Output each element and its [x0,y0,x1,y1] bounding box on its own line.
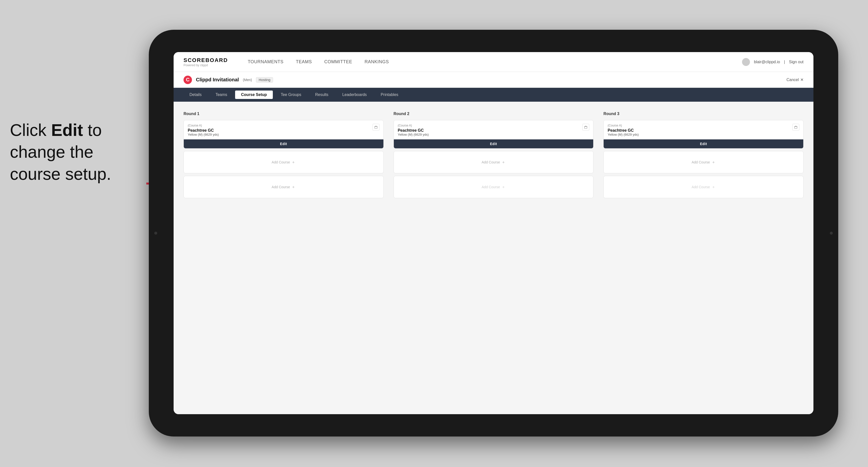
nav-teams[interactable]: TEAMS [296,59,312,64]
tablet-dot-right [830,231,833,235]
round-2-column: Round 2 (Course A) Peachtree GC Yellow (… [394,112,594,200]
nav-divider: | [784,60,785,64]
main-nav-links: TOURNAMENTS TEAMS COMMITTEE RANKINGS [248,59,727,64]
round-2-plus-icon-1: ＋ [501,160,505,165]
round-2-course-name: Peachtree GC [398,128,429,133]
annotation-text: Click Edit tochange thecourse setup. [10,119,134,185]
round-3-course-label: (Course A) [608,124,639,127]
tab-teams[interactable]: Teams [210,91,233,99]
cancel-x-icon: ✕ [800,77,804,82]
top-navigation: SCOREBOARD Powered by clippd TOURNAMENTS… [174,52,813,72]
tab-bar: Details Teams Course Setup Tee Groups Re… [174,88,813,102]
round-1-course-tee: Yellow (M) (6629 yds) [188,133,219,136]
round-3-add-course-1[interactable]: Add Course ＋ [603,151,804,174]
tab-course-setup[interactable]: Course Setup [235,91,273,99]
tournament-gender: (Men) [243,78,252,82]
round-2-course-header: (Course A) Peachtree GC Yellow (M) (6629… [394,120,593,139]
round-2-plus-icon-2: ＋ [501,185,505,190]
round-3-course-tee: Yellow (M) (6629 yds) [608,133,639,136]
svg-rect-5 [795,126,797,128]
round-2-header: Round 2 [394,112,594,116]
round-1-add-course-2[interactable]: Add Course ＋ [184,176,384,198]
tab-tee-groups[interactable]: Tee Groups [275,91,307,99]
round-2-course-tee: Yellow (M) (6629 yds) [398,133,429,136]
svg-rect-3 [585,126,587,128]
clippd-logo: C [184,75,192,84]
nav-tournaments[interactable]: TOURNAMENTS [248,59,283,64]
round-3-course-header: (Course A) Peachtree GC Yellow (M) (6629… [603,120,803,139]
rounds-grid: Round 1 (Course A) Peachtree GC Yellow (… [184,112,804,200]
round-1-column: Round 1 (Course A) Peachtree GC Yellow (… [184,112,384,200]
round-3-add-course-1-label: Add Course ＋ [692,160,715,165]
round-3-edit-button[interactable]: Edit [603,139,803,148]
round-3-course-name: Peachtree GC [608,128,639,133]
logo-powered: Powered by clippd [184,63,228,67]
round-1-add-course-1-label: Add Course ＋ [272,160,296,165]
round-2-add-course-1[interactable]: Add Course ＋ [394,151,594,174]
round-2-course-label: (Course A) [398,124,429,127]
round-2-delete-icon[interactable] [582,124,589,131]
hosting-badge: Hosting [256,77,273,83]
tab-printables[interactable]: Printables [375,91,404,99]
round-3-delete-icon[interactable] [793,124,799,131]
round-1-course-label: (Course A) [188,124,219,127]
round-2-course-card: (Course A) Peachtree GC Yellow (M) (6629… [394,120,594,149]
round-3-plus-icon-2: ＋ [712,185,715,190]
round-1-course-card: (Course A) Peachtree GC Yellow (M) (6629… [184,120,384,149]
round-1-header: Round 1 [184,112,384,116]
tab-results[interactable]: Results [309,91,334,99]
round-3-add-course-2: Add Course ＋ [603,176,804,198]
nav-committee[interactable]: COMMITTEE [324,59,352,64]
round-3-add-course-2-label: Add Course ＋ [692,185,715,190]
tab-details[interactable]: Details [184,91,208,99]
sign-out-link[interactable]: Sign out [789,60,804,64]
round-2-add-course-1-label: Add Course ＋ [482,160,505,165]
round-2-course-info: (Course A) Peachtree GC Yellow (M) (6629… [398,124,429,139]
nav-rankings[interactable]: RANKINGS [365,59,389,64]
logo-scoreboard: SCOREBOARD [184,57,228,63]
user-area: blair@clippd.io | Sign out [742,58,804,66]
tablet-screen: SCOREBOARD Powered by clippd TOURNAMENTS… [174,52,813,414]
main-content: Round 1 (Course A) Peachtree GC Yellow (… [174,102,813,414]
page-wrapper: Click Edit tochange thecourse setup. SCO… [0,0,868,467]
round-1-edit-button[interactable]: Edit [184,139,383,148]
user-avatar [742,58,750,66]
svg-rect-1 [375,126,377,128]
sub-header: C Clippd Invitational (Men) Hosting Canc… [174,72,813,88]
round-3-column: Round 3 (Course A) Peachtree GC Yellow (… [603,112,804,200]
tablet-device: SCOREBOARD Powered by clippd TOURNAMENTS… [149,30,838,436]
round-1-course-name: Peachtree GC [188,128,219,133]
round-1-course-info: (Course A) Peachtree GC Yellow (M) (6629… [188,124,219,139]
round-3-course-info: (Course A) Peachtree GC Yellow (M) (6629… [608,124,639,139]
tournament-info: C Clippd Invitational (Men) Hosting [184,75,273,84]
round-2-add-course-2: Add Course ＋ [394,176,594,198]
round-1-add-course-1[interactable]: Add Course ＋ [184,151,384,174]
round-1-plus-icon-1: ＋ [291,160,296,165]
tab-leaderboards[interactable]: Leaderboards [336,91,373,99]
round-1-course-header: (Course A) Peachtree GC Yellow (M) (6629… [184,120,383,139]
round-1-delete-icon[interactable] [372,124,379,131]
round-3-plus-icon-1: ＋ [712,160,715,165]
user-email: blair@clippd.io [754,60,780,64]
round-2-edit-button[interactable]: Edit [394,139,593,148]
tablet-dot-left [154,231,157,235]
logo-area: SCOREBOARD Powered by clippd [184,57,228,67]
round-1-add-course-2-label: Add Course ＋ [272,185,296,190]
round-1-plus-icon-2: ＋ [291,185,296,190]
round-3-header: Round 3 [603,112,804,116]
round-2-add-course-2-label: Add Course ＋ [482,185,505,190]
tournament-name: Clippd Invitational [196,77,239,83]
round-3-course-card: (Course A) Peachtree GC Yellow (M) (6629… [603,120,804,149]
cancel-button[interactable]: Cancel ✕ [786,77,804,82]
